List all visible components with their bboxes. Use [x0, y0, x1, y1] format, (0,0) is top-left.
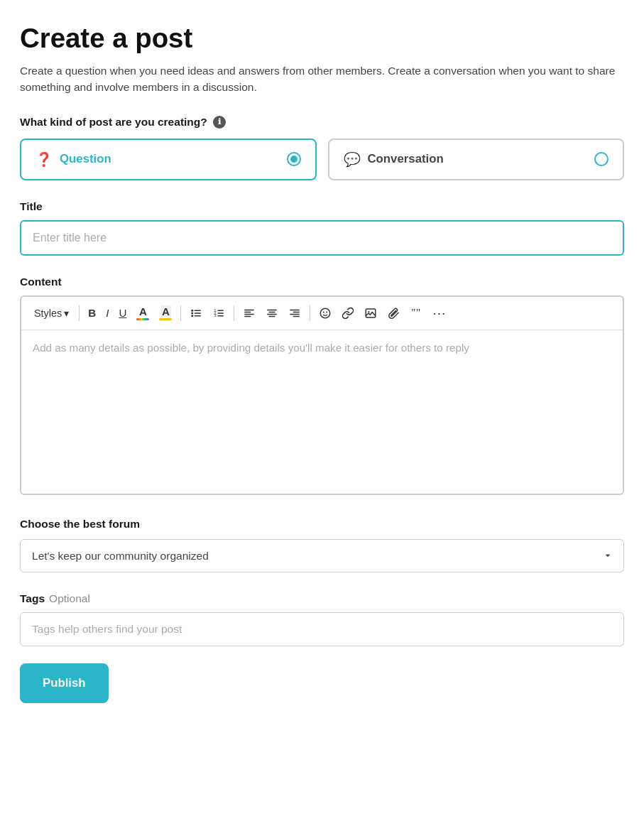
- svg-rect-3: [195, 313, 201, 314]
- blockquote-icon: "": [410, 307, 422, 320]
- svg-text:": ": [416, 307, 420, 318]
- attachment-icon: [387, 307, 400, 320]
- align-right-icon: [288, 307, 301, 320]
- text-color-button[interactable]: A: [132, 303, 153, 323]
- blockquote-button[interactable]: "": [405, 304, 427, 322]
- chevron-down-icon: ▾: [64, 308, 69, 319]
- svg-point-2: [192, 312, 194, 314]
- ordered-list-button[interactable]: 1.2.3.: [208, 304, 229, 322]
- bg-color-button[interactable]: A: [155, 303, 176, 323]
- toolbar-divider-3: [234, 305, 234, 321]
- content-field-label: Content: [20, 276, 624, 288]
- more-icon: ···: [432, 305, 446, 321]
- svg-rect-7: [218, 310, 224, 311]
- svg-rect-1: [195, 310, 201, 311]
- post-type-conversation[interactable]: 💬 Conversation: [328, 138, 625, 180]
- svg-point-28: [369, 311, 370, 313]
- conversation-label: Conversation: [368, 152, 444, 166]
- question-label: Question: [60, 152, 111, 166]
- svg-rect-17: [269, 311, 275, 313]
- svg-rect-15: [245, 315, 251, 317]
- svg-rect-13: [245, 311, 251, 313]
- tags-label: Tags Optional: [20, 592, 624, 605]
- align-left-button[interactable]: [239, 304, 260, 322]
- info-icon[interactable]: ℹ: [213, 116, 226, 129]
- emoji-icon: [319, 307, 332, 320]
- align-left-icon: [243, 307, 256, 320]
- emoji-button[interactable]: [315, 304, 336, 322]
- svg-point-0: [192, 309, 194, 311]
- svg-rect-11: [218, 315, 224, 317]
- align-center-button[interactable]: [261, 304, 283, 322]
- svg-rect-12: [245, 309, 255, 310]
- content-editor: Styles ▾ B I U A A: [20, 295, 624, 495]
- link-icon: [342, 307, 354, 320]
- more-button[interactable]: ···: [428, 303, 450, 324]
- align-center-icon: [266, 307, 278, 320]
- toolbar-divider-2: [180, 305, 181, 321]
- svg-rect-23: [293, 315, 300, 317]
- post-kind-label: What kind of post are you creating? ℹ: [20, 116, 624, 129]
- styles-dropdown[interactable]: Styles ▾: [28, 305, 75, 322]
- publish-button[interactable]: Publish: [20, 663, 109, 703]
- image-button[interactable]: [360, 304, 381, 322]
- svg-rect-19: [269, 315, 275, 317]
- svg-text:3.: 3.: [214, 313, 218, 317]
- svg-rect-14: [245, 313, 255, 315]
- svg-point-24: [321, 308, 331, 318]
- attachment-button[interactable]: [383, 304, 404, 322]
- svg-rect-27: [366, 309, 376, 317]
- page-title: Create a post: [20, 23, 624, 54]
- post-type-options: ❓ Question 💬 Conversation: [20, 138, 624, 180]
- title-input[interactable]: [20, 220, 624, 256]
- bullet-list-icon: [190, 307, 202, 320]
- underline-button[interactable]: U: [114, 304, 131, 322]
- italic-button[interactable]: I: [102, 304, 113, 322]
- post-type-question[interactable]: ❓ Question: [20, 138, 317, 180]
- forum-label: Choose the best forum: [20, 518, 624, 531]
- bold-button[interactable]: B: [84, 304, 100, 322]
- content-editor-area[interactable]: Add as many details as possible, by prov…: [21, 330, 623, 494]
- toolbar-divider-4: [310, 305, 310, 321]
- question-radio[interactable]: [287, 152, 301, 166]
- link-button[interactable]: [337, 304, 359, 322]
- svg-text:": ": [412, 307, 416, 318]
- svg-rect-20: [290, 309, 300, 310]
- tags-input[interactable]: [20, 612, 624, 646]
- toolbar-divider-1: [79, 305, 80, 321]
- title-field-label: Title: [20, 200, 624, 213]
- svg-point-25: [323, 311, 324, 313]
- bullet-list-button[interactable]: [185, 304, 207, 322]
- svg-point-26: [327, 311, 328, 313]
- conversation-radio[interactable]: [594, 152, 608, 166]
- tags-optional-label: Optional: [49, 592, 90, 605]
- svg-point-4: [192, 315, 194, 317]
- forum-select[interactable]: Let's keep our community organized: [20, 539, 624, 572]
- ordered-list-icon: 1.2.3.: [212, 307, 225, 320]
- editor-toolbar: Styles ▾ B I U A A: [21, 297, 623, 330]
- conversation-icon: 💬: [344, 151, 361, 168]
- align-right-button[interactable]: [284, 304, 305, 322]
- image-icon: [364, 307, 377, 320]
- svg-rect-22: [290, 313, 300, 315]
- svg-rect-21: [293, 311, 300, 313]
- question-icon: ❓: [36, 151, 53, 168]
- svg-rect-5: [195, 315, 201, 317]
- svg-rect-16: [268, 309, 278, 310]
- svg-rect-9: [218, 313, 224, 314]
- page-subtitle: Create a question when you need ideas an…: [20, 63, 624, 96]
- svg-rect-18: [268, 313, 278, 315]
